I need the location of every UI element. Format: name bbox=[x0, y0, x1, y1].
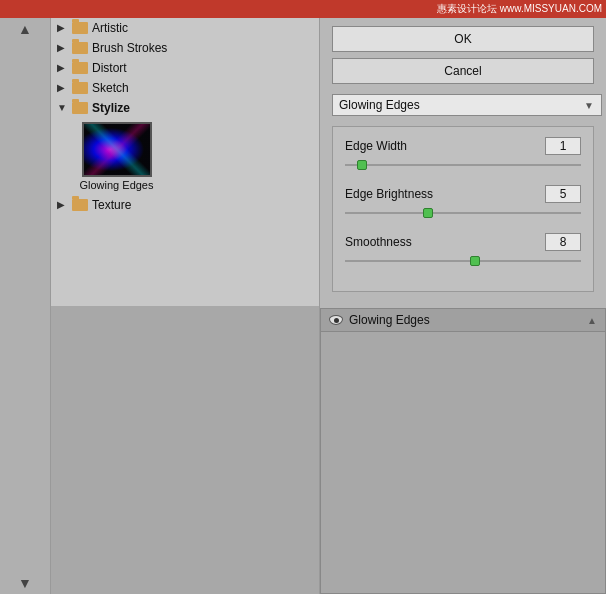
filter-item-brush-strokes[interactable]: Brush Strokes bbox=[51, 38, 319, 58]
edge-brightness-header: Edge Brightness bbox=[345, 185, 581, 203]
edge-width-track bbox=[345, 164, 581, 166]
ok-button[interactable]: OK bbox=[332, 26, 594, 52]
edge-width-slider bbox=[345, 159, 581, 171]
edge-brightness-row: Edge Brightness bbox=[345, 185, 581, 219]
watermark: 惠素设计论坛 www.MISSYUAN.COM bbox=[437, 2, 602, 16]
smoothness-label: Smoothness bbox=[345, 235, 412, 249]
thumb-preview-img bbox=[82, 122, 152, 177]
left-panel: ▲ ▼ bbox=[0, 18, 50, 594]
filter-label-stylize: Stylize bbox=[92, 101, 130, 115]
filter-label-artistic: Artistic bbox=[92, 21, 128, 35]
preview-content bbox=[321, 332, 605, 593]
folder-icon-stylize bbox=[72, 102, 88, 114]
edge-brightness-label: Edge Brightness bbox=[345, 187, 433, 201]
glowing-edges-thumb[interactable]: Glowing Edges bbox=[79, 122, 154, 191]
edge-width-row: Edge Width bbox=[345, 137, 581, 171]
edge-brightness-thumb[interactable] bbox=[423, 208, 433, 218]
arrow-texture bbox=[57, 199, 69, 211]
scroll-up-arrow[interactable]: ▲ bbox=[18, 22, 32, 36]
filter-list: Artistic Brush Strokes Distort Sketch bbox=[51, 18, 319, 306]
smoothness-track bbox=[345, 260, 581, 262]
edge-brightness-slider bbox=[345, 207, 581, 219]
arrow-sketch bbox=[57, 82, 69, 94]
arrow-distort bbox=[57, 62, 69, 74]
eye-icon[interactable] bbox=[329, 315, 343, 325]
smoothness-header: Smoothness bbox=[345, 233, 581, 251]
top-bar: 惠素设计论坛 www.MISSYUAN.COM bbox=[0, 0, 606, 18]
bottom-preview-panel: Glowing Edges ▲ bbox=[320, 308, 606, 594]
scroll-down-arrow[interactable]: ▼ bbox=[18, 576, 32, 590]
center-bottom-area bbox=[51, 306, 319, 594]
folder-icon-sketch bbox=[72, 82, 88, 94]
filter-item-sketch[interactable]: Sketch bbox=[51, 78, 319, 98]
edge-width-thumb[interactable] bbox=[357, 160, 367, 170]
preview-header: Glowing Edges ▲ bbox=[321, 309, 605, 332]
center-panel: Artistic Brush Strokes Distort Sketch bbox=[50, 18, 320, 594]
filter-item-artistic[interactable]: Artistic bbox=[51, 18, 319, 38]
cancel-button[interactable]: Cancel bbox=[332, 58, 594, 84]
filter-label-texture: Texture bbox=[92, 198, 131, 212]
eye-pupil bbox=[334, 318, 339, 323]
filter-item-stylize[interactable]: Stylize bbox=[51, 98, 319, 118]
thumb-label: Glowing Edges bbox=[80, 179, 154, 191]
edge-brightness-input[interactable] bbox=[545, 185, 581, 203]
smoothness-input[interactable] bbox=[545, 233, 581, 251]
preview-scroll-arrow[interactable]: ▲ bbox=[587, 315, 597, 326]
folder-icon-distort bbox=[72, 62, 88, 74]
filter-dropdown-row: Glowing Edges ▼ bbox=[332, 94, 594, 116]
preview-title: Glowing Edges bbox=[349, 313, 430, 327]
edge-brightness-track bbox=[345, 212, 581, 214]
filter-label-sketch: Sketch bbox=[92, 81, 129, 95]
edge-width-header: Edge Width bbox=[345, 137, 581, 155]
smoothness-slider bbox=[345, 255, 581, 267]
edge-width-label: Edge Width bbox=[345, 139, 407, 153]
filter-item-distort[interactable]: Distort bbox=[51, 58, 319, 78]
filter-dropdown[interactable]: Glowing Edges bbox=[332, 94, 602, 116]
arrow-artistic bbox=[57, 22, 69, 34]
folder-icon-artistic bbox=[72, 22, 88, 34]
edge-width-input[interactable] bbox=[545, 137, 581, 155]
main-container: ▲ ▼ Artistic Brush Strokes Distort bbox=[0, 18, 606, 594]
folder-icon-texture bbox=[72, 199, 88, 211]
right-panel: OK Cancel Glowing Edges ▼ Edge Width bbox=[320, 18, 606, 594]
smoothness-thumb[interactable] bbox=[470, 256, 480, 266]
arrow-stylize bbox=[57, 102, 69, 114]
folder-icon-brush bbox=[72, 42, 88, 54]
filter-item-texture[interactable]: Texture bbox=[51, 195, 319, 215]
smoothness-row: Smoothness bbox=[345, 233, 581, 267]
filter-label-distort: Distort bbox=[92, 61, 127, 75]
glow-lines bbox=[84, 124, 150, 175]
settings-panel: Edge Width Edge Brightness bbox=[332, 126, 594, 292]
arrow-brush bbox=[57, 42, 69, 54]
filter-label-brush: Brush Strokes bbox=[92, 41, 167, 55]
right-controls: OK Cancel Glowing Edges ▼ Edge Width bbox=[320, 18, 606, 308]
